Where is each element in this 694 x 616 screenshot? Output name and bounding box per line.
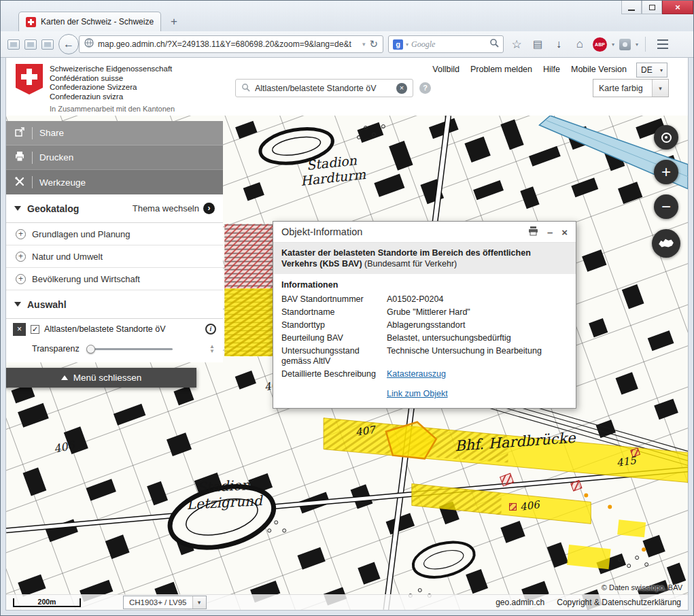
share-menu-item[interactable]: Share (6, 121, 223, 146)
map-area: StadionHardturm StadionLetzigrund Bhf. H… (6, 116, 688, 610)
move-layer-down-icon[interactable]: ▼ (209, 349, 215, 354)
switzerland-outline-icon (657, 237, 675, 250)
catalog-item-natur[interactable]: + Natur und Umwelt (6, 245, 223, 268)
site-identity-globe-icon[interactable] (84, 38, 94, 50)
adblock-dropdown-icon[interactable]: ▾ (612, 41, 614, 48)
close-menu-label: Menü schliessen (73, 373, 142, 383)
pages-icon[interactable] (7, 39, 20, 50)
bookmarks-menu-icon[interactable]: ▤ (530, 38, 546, 50)
back-button[interactable]: ← (58, 34, 79, 54)
attr-label: Standortname (281, 307, 380, 318)
overview-switzerland-button[interactable] (652, 229, 680, 258)
fullscreen-link[interactable]: Vollbild (432, 65, 459, 74)
selection-header[interactable]: Auswahl (6, 290, 223, 319)
clear-search-button[interactable]: × (396, 83, 407, 94)
popup-print-icon[interactable] (528, 226, 538, 237)
print-menu-item[interactable]: Drucken (6, 146, 223, 170)
maximize-button[interactable] (642, 1, 662, 14)
scale-bar: 200m (13, 598, 81, 607)
extension-icon[interactable] (619, 39, 631, 50)
google-search-engine-icon[interactable]: g (393, 39, 403, 50)
projection-select[interactable]: CH1903+ / LV95 ▾ (123, 596, 207, 609)
browser-tab[interactable]: Karten der Schweiz - Schweize... (18, 12, 161, 31)
search-help-icon[interactable]: ? (419, 82, 431, 94)
attr-label: BAV Standortnummer (281, 294, 380, 305)
transparency-row: Transparenz ▲ ▼ (6, 339, 223, 362)
catalog-item-label: Natur und Umwelt (32, 252, 103, 262)
language-value: DE (641, 65, 653, 75)
object-link[interactable]: Link zum Objekt (387, 389, 568, 399)
attr-value: Grube "Mittlerer Hard" (387, 307, 568, 318)
new-tab-button[interactable]: + (165, 13, 183, 30)
search-icon (241, 82, 250, 95)
swiss-flag-favicon (26, 17, 36, 27)
attr-value: Ablagerungsstandort (387, 320, 568, 330)
window-controls: × (621, 1, 693, 14)
selection-label: Auswahl (27, 299, 67, 310)
popup-header[interactable]: Objekt-Information – × (273, 222, 576, 243)
close-menu-button[interactable]: Menü schliessen (6, 368, 196, 388)
search-go-icon[interactable] (489, 38, 499, 50)
url-bar[interactable]: map.geo.admin.ch/?X=249138.11&Y=680698.2… (79, 35, 383, 53)
titlebar: Karten der Schweiz - Schweize... + × (1, 1, 693, 31)
catalog-item-label: Bevölkerung und Wirtschaft (32, 274, 140, 284)
map-footer: 200m CH1903+ / LV95 ▾ geo.admin.ch Copyr… (6, 594, 688, 610)
popup-close-icon[interactable]: × (561, 227, 568, 237)
close-button[interactable]: × (662, 1, 693, 14)
minimize-button[interactable] (621, 1, 642, 14)
transparency-slider[interactable] (88, 348, 173, 350)
bookmark-star-icon[interactable]: ☆ (508, 37, 525, 52)
tools-menu-item[interactable]: Werkzeuge (6, 170, 223, 194)
object-information-popup: Objekt-Information – × Kataster der bela… (273, 221, 576, 409)
expand-plus-icon: + (16, 252, 26, 262)
search-placeholder[interactable]: Google (411, 39, 487, 50)
layer-checkbox[interactable]: ✓ (31, 325, 39, 334)
urlbar-dropdown-icon[interactable]: ▾ (362, 41, 366, 48)
attr-label (281, 389, 380, 399)
clipboard-icon[interactable] (41, 39, 54, 50)
report-problem-link[interactable]: Problem melden (470, 65, 532, 74)
popup-body: Informationen BAV StandortnummerA01502-P… (273, 274, 576, 408)
extension-dropdown-icon[interactable]: ▾ (636, 41, 638, 48)
copyright-link[interactable]: Copyright & Datenschutzerklärung (557, 598, 681, 607)
catalog-item-bevoelkerung[interactable]: + Bevölkerung und Wirtschaft (6, 268, 223, 290)
geoadmin-link[interactable]: geo.admin.ch (496, 598, 544, 607)
menu-separator (32, 152, 33, 164)
search-engine-dropdown-icon[interactable]: ▾ (406, 41, 409, 48)
adblock-icon[interactable]: ABP (593, 37, 607, 52)
reorder-layer-arrows[interactable]: ▲ ▼ (209, 344, 215, 354)
url-text[interactable]: map.geo.admin.ch/?X=249138.11&Y=680698.2… (98, 39, 358, 49)
layer-info-icon[interactable]: i (205, 324, 216, 335)
slider-thumb[interactable] (86, 345, 95, 354)
share-icon (14, 126, 25, 139)
zoom-in-button[interactable]: + (654, 160, 678, 184)
geolocate-button[interactable] (654, 125, 678, 150)
browser-search-bar[interactable]: g ▾ Google (388, 35, 504, 53)
catalog-item-grundlagen[interactable]: + Grundlagen und Planung (6, 223, 223, 245)
remove-layer-button[interactable]: × (13, 323, 26, 336)
popup-minimize-icon[interactable]: – (547, 227, 553, 237)
language-select[interactable]: DE ▾ (636, 63, 667, 78)
menu-button[interactable] (653, 35, 673, 53)
panel-icon[interactable] (24, 39, 37, 50)
reload-icon[interactable]: ↻ (369, 38, 378, 50)
geocatalog-header[interactable]: Geokatalog Thema wechseln › (6, 194, 223, 223)
map-style-select[interactable]: Karte farbig ▾ (593, 79, 669, 97)
search-value[interactable]: Altlasten/belastete Standorte öV (255, 84, 392, 93)
header-nav: Vollbild Problem melden Hilfe Mobile Ver… (432, 65, 627, 74)
mobile-version-link[interactable]: Mobile Version (571, 65, 627, 74)
map-attribution: © Daten swisstopo, BAV (602, 583, 682, 592)
help-link[interactable]: Hilfe (543, 65, 560, 74)
toolbar-separator (645, 37, 646, 52)
kataster-extract-link[interactable]: Katasterauszug (387, 369, 568, 379)
home-icon[interactable]: ⌂ (572, 37, 588, 51)
menu-separator (32, 127, 33, 139)
language-dropdown-icon: ▾ (660, 67, 663, 73)
up-arrow-icon (61, 375, 68, 380)
chevron-right-icon: › (203, 203, 215, 214)
zoom-out-button[interactable]: − (654, 194, 678, 219)
tools-icon (14, 176, 25, 189)
downloads-icon[interactable]: ↓ (551, 38, 567, 50)
change-topic-link[interactable]: Thema wechseln › (133, 203, 215, 214)
map-search-input[interactable]: Altlasten/belastete Standorte öV × (235, 79, 413, 97)
